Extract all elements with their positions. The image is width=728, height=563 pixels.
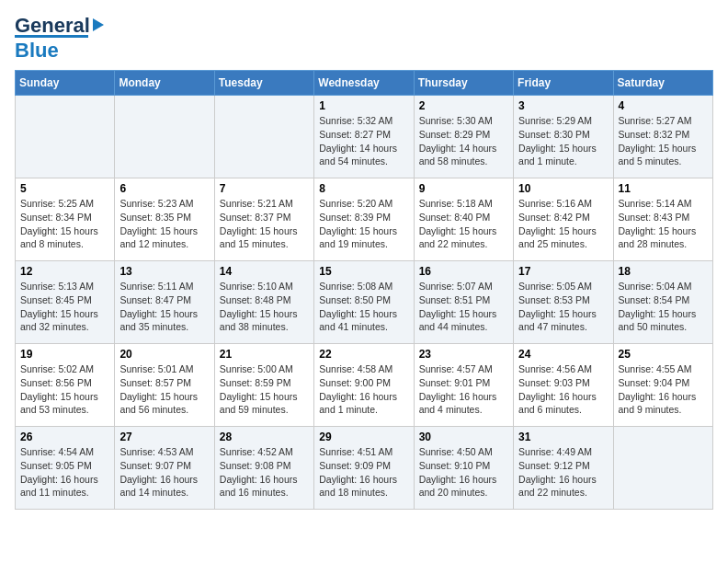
calendar-cell: 17Sunrise: 5:05 AM Sunset: 8:53 PM Dayli… bbox=[514, 261, 613, 344]
day-number: 9 bbox=[419, 182, 508, 195]
calendar-cell: 2Sunrise: 5:30 AM Sunset: 8:29 PM Daylig… bbox=[414, 96, 513, 178]
calendar-cell: 31Sunrise: 4:49 AM Sunset: 9:12 PM Dayli… bbox=[514, 427, 613, 510]
day-info: Sunrise: 4:58 AM Sunset: 9:00 PM Dayligh… bbox=[319, 362, 408, 417]
day-info: Sunrise: 5:13 AM Sunset: 8:45 PM Dayligh… bbox=[20, 280, 109, 334]
week-row-5: 26Sunrise: 4:54 AM Sunset: 9:05 PM Dayli… bbox=[16, 427, 713, 510]
days-header-row: SundayMondayTuesdayWednesdayThursdayFrid… bbox=[16, 71, 713, 96]
calendar-cell: 14Sunrise: 5:10 AM Sunset: 8:48 PM Dayli… bbox=[214, 261, 313, 344]
day-number: 14 bbox=[220, 265, 309, 278]
day-number: 10 bbox=[518, 182, 608, 195]
calendar-cell: 13Sunrise: 5:11 AM Sunset: 8:47 PM Dayli… bbox=[115, 261, 214, 344]
week-row-4: 19Sunrise: 5:02 AM Sunset: 8:56 PM Dayli… bbox=[16, 344, 713, 427]
calendar-cell: 1Sunrise: 5:32 AM Sunset: 8:27 PM Daylig… bbox=[314, 96, 414, 178]
day-info: Sunrise: 5:04 AM Sunset: 8:54 PM Dayligh… bbox=[619, 280, 708, 334]
day-info: Sunrise: 5:02 AM Sunset: 8:56 PM Dayligh… bbox=[20, 362, 109, 417]
calendar-cell: 19Sunrise: 5:02 AM Sunset: 8:56 PM Dayli… bbox=[16, 344, 115, 427]
day-header-wednesday: Wednesday bbox=[314, 71, 414, 96]
day-number: 6 bbox=[119, 182, 209, 195]
day-number: 25 bbox=[619, 348, 708, 361]
day-number: 21 bbox=[220, 348, 309, 361]
logo: General Blue bbox=[15, 15, 104, 63]
week-row-3: 12Sunrise: 5:13 AM Sunset: 8:45 PM Dayli… bbox=[16, 261, 713, 344]
day-number: 11 bbox=[619, 182, 708, 195]
day-info: Sunrise: 5:18 AM Sunset: 8:40 PM Dayligh… bbox=[419, 197, 508, 251]
day-info: Sunrise: 4:57 AM Sunset: 9:01 PM Dayligh… bbox=[419, 362, 508, 417]
day-info: Sunrise: 4:54 AM Sunset: 9:05 PM Dayligh… bbox=[20, 445, 109, 500]
day-info: Sunrise: 5:29 AM Sunset: 8:30 PM Dayligh… bbox=[518, 114, 608, 168]
calendar-cell: 25Sunrise: 4:55 AM Sunset: 9:04 PM Dayli… bbox=[613, 344, 712, 427]
calendar-cell bbox=[16, 96, 115, 178]
calendar-cell: 29Sunrise: 4:51 AM Sunset: 9:09 PM Dayli… bbox=[314, 427, 414, 510]
day-info: Sunrise: 4:52 AM Sunset: 9:08 PM Dayligh… bbox=[220, 445, 309, 500]
day-info: Sunrise: 4:55 AM Sunset: 9:04 PM Dayligh… bbox=[619, 362, 708, 417]
day-number: 28 bbox=[220, 431, 309, 443]
day-info: Sunrise: 5:21 AM Sunset: 8:37 PM Dayligh… bbox=[220, 197, 309, 251]
day-number: 2 bbox=[419, 99, 508, 112]
calendar-table: SundayMondayTuesdayWednesdayThursdayFrid… bbox=[15, 70, 713, 510]
calendar-cell: 20Sunrise: 5:01 AM Sunset: 8:57 PM Dayli… bbox=[115, 344, 214, 427]
day-info: Sunrise: 4:50 AM Sunset: 9:10 PM Dayligh… bbox=[419, 445, 508, 500]
day-info: Sunrise: 5:07 AM Sunset: 8:51 PM Dayligh… bbox=[419, 280, 508, 334]
day-number: 4 bbox=[619, 99, 708, 112]
day-header-sunday: Sunday bbox=[16, 71, 115, 96]
day-info: Sunrise: 5:10 AM Sunset: 8:48 PM Dayligh… bbox=[220, 280, 309, 334]
day-number: 16 bbox=[419, 265, 508, 278]
calendar-cell: 8Sunrise: 5:20 AM Sunset: 8:39 PM Daylig… bbox=[314, 178, 414, 261]
calendar-cell: 4Sunrise: 5:27 AM Sunset: 8:32 PM Daylig… bbox=[613, 96, 712, 178]
calendar-cell: 28Sunrise: 4:52 AM Sunset: 9:08 PM Dayli… bbox=[214, 427, 313, 510]
calendar-cell: 5Sunrise: 5:25 AM Sunset: 8:34 PM Daylig… bbox=[16, 178, 115, 261]
day-info: Sunrise: 5:01 AM Sunset: 8:57 PM Dayligh… bbox=[119, 362, 209, 417]
day-info: Sunrise: 5:16 AM Sunset: 8:42 PM Dayligh… bbox=[518, 197, 608, 251]
calendar-cell: 24Sunrise: 4:56 AM Sunset: 9:03 PM Dayli… bbox=[514, 344, 613, 427]
day-info: Sunrise: 4:51 AM Sunset: 9:09 PM Dayligh… bbox=[319, 445, 408, 500]
day-info: Sunrise: 5:08 AM Sunset: 8:50 PM Dayligh… bbox=[319, 280, 408, 334]
calendar-cell: 23Sunrise: 4:57 AM Sunset: 9:01 PM Dayli… bbox=[414, 344, 513, 427]
header: General Blue bbox=[15, 15, 713, 63]
day-info: Sunrise: 5:25 AM Sunset: 8:34 PM Dayligh… bbox=[20, 197, 109, 251]
day-info: Sunrise: 5:20 AM Sunset: 8:39 PM Dayligh… bbox=[319, 197, 408, 251]
calendar-cell: 10Sunrise: 5:16 AM Sunset: 8:42 PM Dayli… bbox=[514, 178, 613, 261]
calendar-cell: 15Sunrise: 5:08 AM Sunset: 8:50 PM Dayli… bbox=[314, 261, 414, 344]
week-row-1: 1Sunrise: 5:32 AM Sunset: 8:27 PM Daylig… bbox=[16, 96, 713, 178]
calendar-cell: 21Sunrise: 5:00 AM Sunset: 8:59 PM Dayli… bbox=[214, 344, 313, 427]
day-number: 8 bbox=[319, 182, 408, 195]
day-info: Sunrise: 5:32 AM Sunset: 8:27 PM Dayligh… bbox=[319, 114, 408, 168]
day-number: 17 bbox=[518, 265, 608, 278]
calendar-cell: 3Sunrise: 5:29 AM Sunset: 8:30 PM Daylig… bbox=[514, 96, 613, 178]
day-number: 19 bbox=[20, 348, 109, 361]
calendar-cell: 9Sunrise: 5:18 AM Sunset: 8:40 PM Daylig… bbox=[414, 178, 513, 261]
day-header-thursday: Thursday bbox=[414, 71, 513, 96]
day-number: 31 bbox=[518, 431, 608, 443]
calendar-cell: 6Sunrise: 5:23 AM Sunset: 8:35 PM Daylig… bbox=[115, 178, 214, 261]
day-info: Sunrise: 5:30 AM Sunset: 8:29 PM Dayligh… bbox=[419, 114, 508, 168]
calendar-cell: 22Sunrise: 4:58 AM Sunset: 9:00 PM Dayli… bbox=[314, 344, 414, 427]
logo-blue: Blue bbox=[15, 35, 88, 63]
day-number: 18 bbox=[619, 265, 708, 278]
calendar-cell bbox=[613, 427, 712, 510]
day-number: 12 bbox=[20, 265, 109, 278]
day-info: Sunrise: 4:56 AM Sunset: 9:03 PM Dayligh… bbox=[518, 362, 608, 417]
day-number: 30 bbox=[419, 431, 508, 443]
day-info: Sunrise: 4:53 AM Sunset: 9:07 PM Dayligh… bbox=[119, 445, 209, 500]
day-info: Sunrise: 5:14 AM Sunset: 8:43 PM Dayligh… bbox=[619, 197, 708, 251]
day-number: 7 bbox=[220, 182, 309, 195]
day-header-tuesday: Tuesday bbox=[214, 71, 313, 96]
day-info: Sunrise: 5:05 AM Sunset: 8:53 PM Dayligh… bbox=[518, 280, 608, 334]
day-number: 3 bbox=[518, 99, 608, 112]
day-number: 27 bbox=[119, 431, 209, 443]
calendar-cell bbox=[214, 96, 313, 178]
day-header-friday: Friday bbox=[514, 71, 613, 96]
day-number: 20 bbox=[119, 348, 209, 361]
calendar-cell: 11Sunrise: 5:14 AM Sunset: 8:43 PM Dayli… bbox=[613, 178, 712, 261]
day-header-saturday: Saturday bbox=[613, 71, 712, 96]
calendar-cell bbox=[115, 96, 214, 178]
day-number: 23 bbox=[419, 348, 508, 361]
day-info: Sunrise: 4:49 AM Sunset: 9:12 PM Dayligh… bbox=[518, 445, 608, 500]
day-info: Sunrise: 5:11 AM Sunset: 8:47 PM Dayligh… bbox=[119, 280, 209, 334]
day-header-monday: Monday bbox=[115, 71, 214, 96]
day-number: 29 bbox=[319, 431, 408, 443]
calendar-cell: 30Sunrise: 4:50 AM Sunset: 9:10 PM Dayli… bbox=[414, 427, 513, 510]
calendar-cell: 12Sunrise: 5:13 AM Sunset: 8:45 PM Dayli… bbox=[16, 261, 115, 344]
day-number: 1 bbox=[319, 99, 408, 112]
day-number: 26 bbox=[20, 431, 109, 443]
